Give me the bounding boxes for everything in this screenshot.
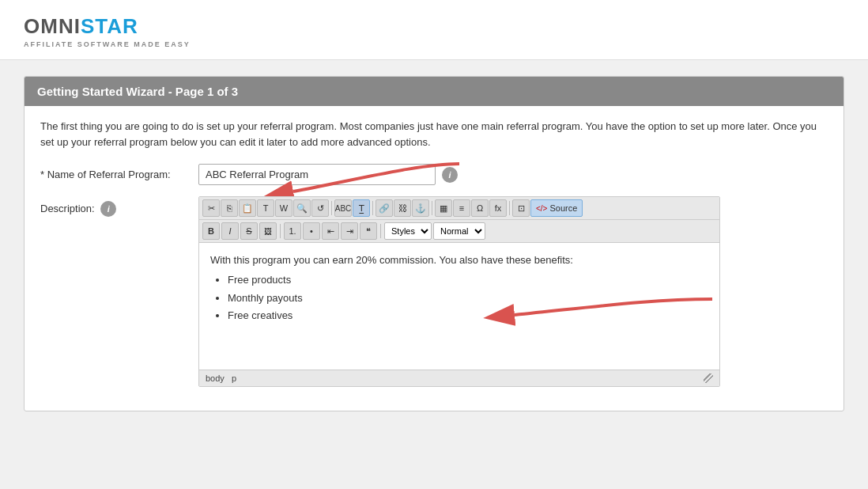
- tb-sep6: [380, 224, 381, 238]
- logo: OMNISTAR AFFILIATE SOFTWARE MADE EASY: [24, 14, 844, 48]
- footer-body: body: [206, 373, 225, 383]
- header: OMNISTAR AFFILIATE SOFTWARE MADE EASY: [0, 0, 868, 60]
- tb-quote[interactable]: ❝: [360, 222, 377, 240]
- rte-toolbar-row2: B I S 🖼 1. • ⇤ ⇥ ❝: [199, 220, 719, 243]
- tb-format[interactable]: T̲: [353, 199, 370, 217]
- name-info-icon[interactable]: i: [442, 167, 458, 183]
- rte-list: Free products Monthly payouts Free creat…: [228, 272, 708, 324]
- normal-select[interactable]: Normal: [433, 222, 485, 240]
- footer-p: p: [232, 373, 236, 383]
- list-item-2: Free creatives: [228, 308, 708, 324]
- tb-find[interactable]: 🔍: [293, 199, 311, 217]
- tb-paste-text[interactable]: T: [257, 199, 274, 217]
- source-label: Source: [549, 203, 577, 213]
- wizard-body: The first thing you are going to do is s…: [25, 106, 843, 411]
- description-info-icon[interactable]: i: [100, 201, 116, 217]
- tb-unlink[interactable]: ⛓: [394, 199, 411, 217]
- tb-table[interactable]: ▦: [435, 199, 452, 217]
- tb-paste[interactable]: 📋: [239, 199, 256, 217]
- tb-bold[interactable]: B: [202, 222, 220, 240]
- name-label: * Name of Referral Program:: [40, 164, 198, 180]
- tb-image[interactable]: 🖼: [259, 222, 277, 240]
- logo-omni: OMNI: [24, 14, 81, 38]
- tb-sep1: [331, 201, 332, 215]
- logo-text: OMNISTAR: [24, 14, 844, 39]
- tb-link[interactable]: 🔗: [376, 199, 393, 217]
- tb-source-btn[interactable]: </> Source: [530, 199, 583, 217]
- name-field: i: [198, 164, 828, 185]
- rte-content[interactable]: With this program you can earn 20% commi…: [199, 243, 719, 370]
- tb-cut[interactable]: ✂: [202, 199, 220, 217]
- tb-sep2: [372, 201, 373, 215]
- rte-container: ✂ ⎘ 📋 T W 🔍 ↺ ABC T̲: [198, 196, 720, 387]
- source-icon: </>: [536, 204, 547, 213]
- logo-star: STAR: [81, 14, 138, 38]
- description-row: Description: i ✂ ⎘ 📋 T W �: [40, 196, 828, 387]
- rte-footer: body p: [199, 370, 719, 386]
- tb-spellcheck[interactable]: ABC: [334, 199, 352, 217]
- rte-resize-handle[interactable]: [704, 373, 713, 383]
- tb-strikethrough[interactable]: S: [240, 222, 258, 240]
- list-item-0: Free products: [228, 272, 708, 289]
- tb-outdent[interactable]: ⇤: [322, 222, 339, 240]
- tb-ol[interactable]: 1.: [284, 222, 301, 240]
- tb-indent[interactable]: ⇥: [341, 222, 358, 240]
- tb-paste-word[interactable]: W: [275, 199, 292, 217]
- tb-special[interactable]: Ω: [471, 199, 489, 217]
- tb-anchor[interactable]: ⚓: [412, 199, 429, 217]
- wizard-panel: Getting Started Wizard - Page 1 of 3 The…: [24, 76, 844, 411]
- tb-copy[interactable]: ⎘: [221, 199, 238, 217]
- tb-sep5: [280, 224, 281, 238]
- main-content: Getting Started Wizard - Page 1 of 3 The…: [0, 60, 868, 427]
- name-input-row: i: [198, 164, 828, 185]
- tb-math[interactable]: fx: [489, 199, 507, 217]
- tb-align[interactable]: ≡: [453, 199, 470, 217]
- list-item-1: Monthly payouts: [228, 290, 708, 307]
- wizard-header: Getting Started Wizard - Page 1 of 3: [25, 77, 843, 106]
- tb-italic[interactable]: I: [221, 222, 239, 240]
- page-wrapper: OMNISTAR AFFILIATE SOFTWARE MADE EASY Ge…: [0, 0, 868, 489]
- rte-footer-text: body p: [206, 373, 236, 383]
- rte-intro: With this program you can earn 20% commi…: [210, 252, 708, 269]
- logo-tagline: AFFILIATE SOFTWARE MADE EASY: [24, 40, 844, 48]
- wizard-title: Getting Started Wizard - Page 1 of 3: [37, 85, 238, 98]
- tb-ul[interactable]: •: [303, 222, 320, 240]
- wizard-description: The first thing you are going to do is s…: [40, 119, 828, 150]
- description-label: Description: i: [40, 196, 198, 217]
- tb-sep3: [432, 201, 432, 215]
- tb-sep4: [509, 201, 510, 215]
- name-row: * Name of Referral Program: i: [40, 164, 828, 185]
- rte-toolbar-row1: ✂ ⎘ 📋 T W 🔍 ↺ ABC T̲: [199, 197, 719, 220]
- name-input[interactable]: [198, 164, 436, 185]
- tb-replace[interactable]: ↺: [311, 199, 329, 217]
- description-field: ✂ ⎘ 📋 T W 🔍 ↺ ABC T̲: [198, 196, 828, 387]
- tb-maximize[interactable]: ⊡: [512, 199, 530, 217]
- styles-select[interactable]: Styles: [384, 222, 432, 240]
